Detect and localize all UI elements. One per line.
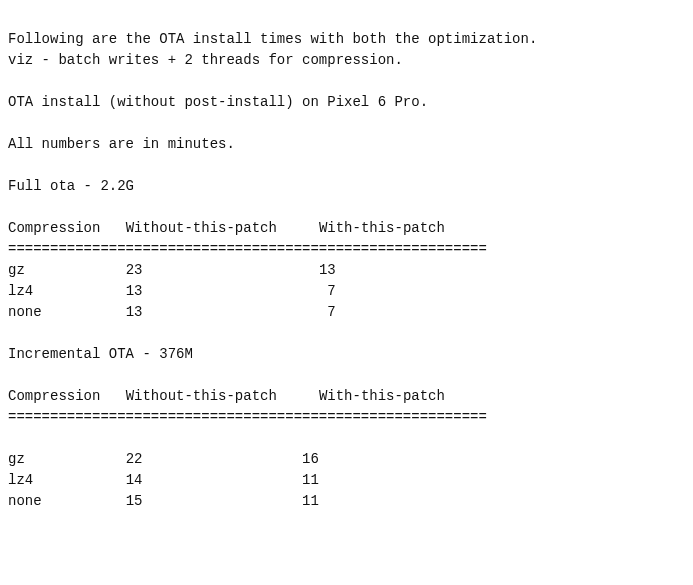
table-row-compression: none [8,304,42,320]
table-row-compression: gz [8,262,25,278]
incremental-ota-title: Incremental OTA - 376M [8,346,193,362]
table-row-without: 22 [126,451,143,467]
table-row-without: 13 [126,283,143,299]
table-row-with: 13 [319,262,336,278]
context-line: OTA install (without post-install) on Pi… [8,94,428,110]
table-row-without: 14 [126,472,143,488]
table-row-compression: none [8,493,42,509]
inc-header-col-compression: Compression [8,388,100,404]
units-line: All numbers are in minutes. [8,136,235,152]
full-rule: ========================================… [8,241,487,257]
table-row-compression: lz4 [8,283,33,299]
inc-rule: ========================================… [8,409,487,425]
table-row-compression: lz4 [8,472,33,488]
intro-line-1: Following are the OTA install times with… [8,31,537,47]
table-row-compression: gz [8,451,25,467]
full-header-col-compression: Compression [8,220,100,236]
table-row-without: 13 [126,304,143,320]
table-row-with: 7 [327,283,335,299]
full-header-col-with: With-this-patch [319,220,445,236]
inc-header-col-with: With-this-patch [319,388,445,404]
intro-line-2: viz - batch writes + 2 threads for compr… [8,52,403,68]
table-row-with: 16 [302,451,319,467]
table-row-with: 11 [302,493,319,509]
table-row-without: 15 [126,493,143,509]
table-row-with: 7 [327,304,335,320]
full-header-col-without: Without-this-patch [126,220,277,236]
full-ota-title: Full ota - 2.2G [8,178,134,194]
inc-header-col-without: Without-this-patch [126,388,277,404]
table-row-with: 11 [302,472,319,488]
table-row-without: 23 [126,262,143,278]
